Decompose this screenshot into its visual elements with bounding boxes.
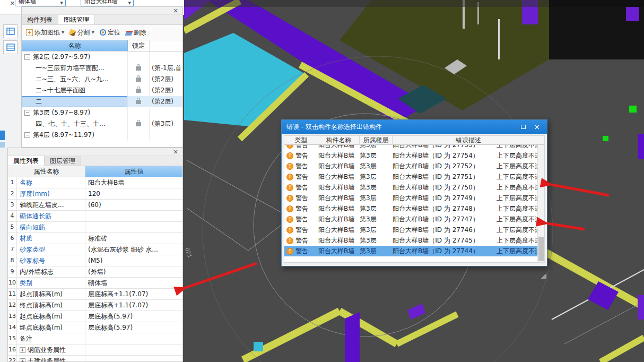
error-row[interactable]: ! 警告 阳台大样B墙 第3层 阳台大样B墙（ID 为 27746） 上下层高度… bbox=[284, 225, 537, 235]
error-type: 警告 bbox=[295, 215, 308, 224]
column-header-name[interactable]: 名称 bbox=[22, 40, 128, 51]
property-value[interactable]: (外墙) bbox=[85, 266, 182, 277]
property-value[interactable] bbox=[85, 356, 182, 362]
panel-close-button[interactable]: × bbox=[173, 148, 178, 156]
lock-icon[interactable] bbox=[136, 77, 141, 82]
property-row[interactable]: 14 终点底标高(m) 层底标高(5.97) bbox=[8, 322, 182, 333]
tab-drawing-management[interactable]: 图纸管理 bbox=[58, 15, 95, 24]
property-row[interactable]: 12 终点顶标高(m) 层底标高+1.1(7.07) bbox=[8, 300, 182, 311]
locate-button[interactable]: 定位 bbox=[100, 28, 120, 37]
delete-button[interactable]: 删除 bbox=[126, 28, 146, 37]
drawing-tree-row[interactable]: 一~三层剪力墙平面配... (第-1层,首 bbox=[22, 63, 182, 74]
drawing-tree-row[interactable]: 四、七、十、十三、十... (第3层) bbox=[22, 118, 182, 130]
error-row[interactable]: ! 警告 阳台大样B墙 第3层 阳台大样B墙（ID 为 27750） 上下层高度… bbox=[284, 182, 537, 193]
scrollbar[interactable] bbox=[537, 145, 544, 262]
lock-icon[interactable] bbox=[136, 89, 141, 93]
property-value[interactable] bbox=[85, 333, 182, 344]
drawing-tree-row[interactable]: 二~三、五~六、八~九... (第2层) bbox=[22, 74, 182, 85]
property-row[interactable]: 15 备注 bbox=[8, 333, 182, 344]
marker-green bbox=[603, 136, 608, 141]
lock-icon[interactable] bbox=[136, 66, 141, 71]
property-row[interactable]: 9 内/外墙标志 (外墙) bbox=[8, 266, 182, 278]
error-target: 阳台大样B墙（ID 为 27744） bbox=[393, 247, 497, 256]
error-row[interactable]: ! 警告 阳台大样B墙 第3层 阳台大样B墙（ID 为 27748） 上下层高度… bbox=[284, 203, 537, 214]
floor-label: (第3层) bbox=[150, 119, 182, 128]
property-row[interactable]: 22 + 土建业务属性 bbox=[8, 356, 182, 362]
column-header-lock[interactable]: 锁定 bbox=[128, 40, 150, 51]
column-header-description[interactable]: 错误描述 bbox=[393, 136, 544, 145]
collapse-toggle-icon[interactable]: − bbox=[24, 132, 30, 138]
split-button[interactable]: 分割 ▼ bbox=[69, 28, 94, 37]
column-header-property-name[interactable]: 属性名称 bbox=[8, 166, 85, 177]
property-value[interactable]: 层底标高(5.97) bbox=[85, 322, 182, 333]
error-row[interactable]: ! 警告 阳台大样B墙 第3层 阳台大样B墙（ID 为 27745） 上下层高度… bbox=[284, 235, 537, 246]
error-row[interactable]: ! 警告 阳台大样B墙 第3层 阳台大样B墙（ID 为 27755） 上下层高度… bbox=[284, 145, 537, 150]
add-drawing-button[interactable]: 添加图纸 ▼ bbox=[26, 28, 64, 37]
error-row[interactable]: ! 警告 阳台大样B墙 第3层 阳台大样B墙（ID 为 27744） 上下层高度… bbox=[284, 246, 537, 256]
drawing-tree-row[interactable]: − 第2层 (2.97~5.97) bbox=[22, 51, 182, 63]
split-icon bbox=[69, 29, 76, 36]
tab-component-list[interactable]: 构件列表 bbox=[22, 15, 58, 24]
tab-layer-management[interactable]: 图层管理 bbox=[45, 156, 81, 166]
error-dialog-titlebar[interactable]: 错误 - 双击构件名称选择出错构件 × bbox=[282, 120, 547, 134]
error-row[interactable]: ! 警告 阳台大样B墙 第3层 阳台大样B墙（ID 为 27752） 上下层高度… bbox=[284, 161, 537, 171]
property-row[interactable]: 2 厚度(mm) 120 bbox=[8, 188, 182, 200]
property-row[interactable]: 8 砂浆标号 (M5) bbox=[8, 255, 182, 266]
rail-view-button-1[interactable] bbox=[3, 24, 18, 38]
element-name-combo[interactable]: 阳台大样B墙 ▼ bbox=[81, 0, 134, 6]
property-value[interactable]: 层底标高(5.97) bbox=[85, 311, 182, 322]
lock-icon[interactable] bbox=[136, 100, 141, 104]
property-name: 内/外墙标志 bbox=[20, 268, 54, 277]
error-row[interactable]: ! 警告 阳台大样B墙 第3层 阳台大样B墙（ID 为 27747） 上下层高度… bbox=[284, 214, 537, 225]
drawing-tree-row[interactable]: − 第4层 (8.97~11.97) bbox=[22, 130, 182, 141]
column-header-type[interactable]: 类型 bbox=[284, 136, 318, 145]
property-value[interactable] bbox=[85, 344, 182, 355]
property-value[interactable] bbox=[85, 222, 182, 232]
error-row[interactable]: ! 警告 阳台大样B墙 第3层 阳台大样B墙（ID 为 27751） 上下层高度… bbox=[284, 171, 537, 182]
expand-toggle-icon[interactable]: + bbox=[20, 347, 25, 353]
property-value[interactable]: (水泥石灰砂浆 细砂 水... bbox=[85, 244, 182, 255]
expand-toggle-icon[interactable]: + bbox=[20, 358, 25, 362]
property-value[interactable] bbox=[85, 211, 182, 221]
drawing-tree-row[interactable]: − 第3层 (5.97~8.97) bbox=[22, 107, 182, 118]
property-row[interactable]: 7 砂浆类型 (水泥石灰砂浆 细砂 水... bbox=[8, 244, 182, 255]
lock-icon[interactable] bbox=[136, 122, 141, 126]
rail-view-button-2[interactable] bbox=[3, 40, 18, 54]
property-row[interactable]: 11 起点顶标高(m) 层底标高+1.1(7.07) bbox=[8, 289, 182, 300]
scrollbar-thumb[interactable] bbox=[538, 237, 544, 261]
dialog-close-button[interactable]: × bbox=[530, 122, 544, 132]
error-row[interactable]: ! 警告 阳台大样B墙 第3层 阳台大样B墙（ID 为 27754） 上下层高度… bbox=[284, 150, 537, 161]
tab-property-list[interactable]: 属性列表 bbox=[8, 156, 45, 166]
drawing-tree-row[interactable]: 二~十七层平面图 (第2层) bbox=[22, 85, 182, 96]
property-value[interactable]: 层底标高+1.1(7.07) bbox=[85, 289, 182, 299]
collapse-toggle-icon[interactable]: − bbox=[24, 54, 30, 60]
property-value[interactable]: 层底标高+1.1(7.07) bbox=[85, 300, 182, 311]
property-panel: × 属性列表 图层管理 属性名称 属性值 1 名称 阳台大样B墙 bbox=[7, 148, 183, 362]
property-row[interactable]: 13 起点底标高(m) 层底标高(5.97) bbox=[8, 311, 182, 322]
docked-panel-tab[interactable] bbox=[0, 131, 5, 140]
collapse-toggle-icon[interactable]: − bbox=[24, 110, 30, 116]
property-row[interactable]: 1 名称 阳台大样B墙 bbox=[8, 177, 182, 188]
property-value[interactable]: 标准砖 bbox=[85, 233, 182, 244]
property-row[interactable]: 5 横向短筋 bbox=[8, 222, 182, 233]
error-type-cell: ! 警告 bbox=[284, 204, 318, 213]
property-value[interactable]: 阳台大样B墙 bbox=[85, 177, 182, 188]
drawing-tree-row[interactable]: 二 (第2层) bbox=[22, 96, 182, 107]
column-header-component[interactable]: 构件名称 bbox=[318, 136, 360, 145]
property-value[interactable]: 120 bbox=[85, 188, 182, 199]
property-row[interactable]: 4 砌体通长筋 bbox=[8, 211, 182, 222]
property-value[interactable]: (60) bbox=[85, 200, 182, 210]
property-row[interactable]: 16 + 钢筋业务属性 bbox=[8, 344, 182, 356]
column-header-floor[interactable]: 所属楼层 bbox=[360, 136, 393, 145]
property-row[interactable]: 6 材质 标准砖 bbox=[8, 233, 182, 244]
property-value[interactable]: 砌体墙 bbox=[85, 278, 182, 288]
error-row[interactable]: ! 警告 阳台大样B墙 第3层 阳台大样B墙（ID 为 27749） 上下层高度… bbox=[284, 193, 537, 203]
resize-grip[interactable] bbox=[540, 272, 546, 279]
restore-button[interactable] bbox=[516, 122, 530, 132]
column-header-property-value[interactable]: 属性值 bbox=[85, 166, 182, 177]
property-row[interactable]: 3 轴线距左墙皮... (60) bbox=[8, 200, 182, 211]
panel-close-button[interactable]: × bbox=[173, 7, 178, 14]
property-value[interactable]: (M5) bbox=[85, 255, 182, 266]
element-type-combo[interactable]: 砌体墙 ▼ bbox=[15, 0, 66, 6]
property-row[interactable]: 10 类别 砌体墙 bbox=[8, 278, 182, 289]
